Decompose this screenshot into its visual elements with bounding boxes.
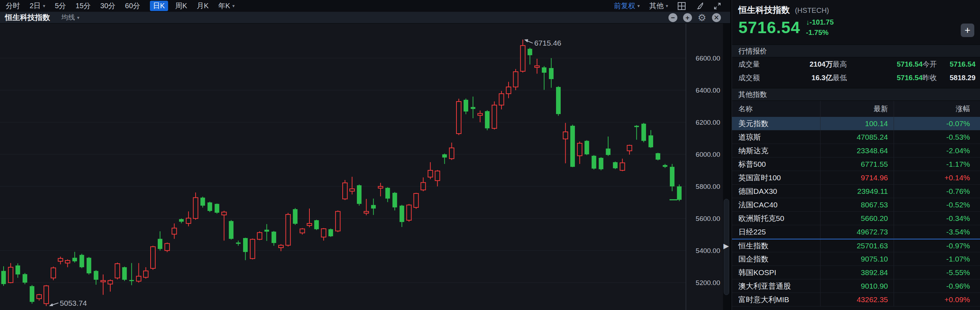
index-row-英国富时100[interactable]: 英国富时1009714.96+0.14% (732, 171, 980, 185)
low-annotation-label: 5053.74 (60, 299, 87, 307)
expand-icon[interactable] (713, 2, 722, 10)
candlestick-chart[interactable]: 6600.006400.006200.006000.005800.005600.… (0, 24, 730, 310)
index-change-percent: -0.96% (894, 279, 980, 293)
settings-gear-icon[interactable]: ⚙ (698, 13, 706, 22)
candle-body (37, 295, 41, 299)
candle-body (414, 193, 418, 207)
index-row-澳大利亚普通股[interactable]: 澳大利亚普通股9010.90-0.96% (732, 279, 980, 293)
index-row-标普500[interactable]: 标普5006771.55-1.17% (732, 158, 980, 171)
candle-body (513, 72, 518, 87)
period-tab-日K[interactable]: 日K (150, 1, 168, 11)
candle-body (186, 218, 191, 223)
period-tab-15分[interactable]: 15分 (76, 1, 91, 11)
index-row-富时意大利MIB[interactable]: 富时意大利MIB43262.35+0.09% (732, 293, 980, 307)
ma-dropdown[interactable]: 均线 ▾ (61, 13, 80, 22)
index-row-纳斯达克[interactable]: 纳斯达克23348.64-2.04% (732, 144, 980, 158)
candle-body (435, 171, 440, 181)
candle-body (400, 206, 404, 222)
high-annotation-arrowhead (524, 39, 528, 43)
low-annotation-arrowhead (49, 303, 53, 306)
period-tab-5分[interactable]: 5分 (55, 1, 66, 11)
add-to-watchlist-button[interactable]: + (961, 24, 974, 37)
candle-body (151, 247, 155, 268)
col-header-last: 最新 (821, 101, 894, 117)
brush-icon[interactable] (695, 2, 704, 10)
chart-scrollbar-track[interactable]: ▶ (723, 24, 730, 310)
close-icon[interactable]: ✕ (712, 13, 721, 22)
candle-body (357, 185, 361, 204)
chart-controls: − + ⚙ ✕ (668, 13, 721, 22)
candle-body (649, 135, 653, 147)
candle-body (293, 209, 298, 224)
candle-body (215, 204, 219, 213)
index-name: 美元指数 (732, 117, 821, 130)
y-axis-label: 5200.00 (695, 279, 720, 286)
candle-body (585, 141, 589, 154)
candle-body (207, 202, 212, 211)
index-last-value: 100.14 (821, 117, 894, 130)
candle-body (143, 271, 148, 277)
candle-body (549, 68, 554, 79)
candle-body (606, 149, 611, 155)
period-tab-2日[interactable]: 2日▾ (30, 1, 45, 11)
chevron-down-icon: ▾ (232, 3, 235, 9)
index-row-美元指数[interactable]: 美元指数100.14-0.07% (732, 117, 980, 130)
candle-body (663, 165, 667, 167)
quote-value: 2104万 (773, 60, 833, 69)
period-tab-分时[interactable]: 分时 (6, 1, 20, 11)
period-tab-30分[interactable]: 30分 (100, 1, 115, 11)
period-tab-label: 15分 (76, 1, 91, 11)
index-change-percent: -0.97% (894, 239, 980, 252)
period-tab-年K[interactable]: 年K▾ (218, 1, 235, 11)
candle-body (58, 258, 63, 261)
index-row-法国CAC40[interactable]: 法国CAC408067.53-0.52% (732, 198, 980, 212)
candle-body (22, 274, 27, 283)
index-row-欧洲斯托克50[interactable]: 欧洲斯托克505660.20-0.34% (732, 212, 980, 225)
index-row-恒生指数[interactable]: 恒生指数25701.63-0.97% (732, 239, 980, 252)
other-dropdown[interactable]: 其他 ▾ (649, 1, 668, 11)
quotes-grid: 成交量2104万最高5716.54今开5716.54成交额16.3亿最低5716… (732, 57, 980, 84)
index-change-percent: -1.17% (894, 158, 980, 171)
index-last-value: 25701.63 (821, 239, 894, 252)
y-axis-label: 5800.00 (695, 183, 720, 190)
candle-body (264, 230, 269, 232)
quote-label: 成交量 (738, 60, 773, 69)
grid-layout-icon[interactable] (677, 2, 686, 10)
index-last-value: 8067.53 (821, 198, 894, 211)
panel-expand-arrow-icon[interactable]: ▶ (724, 242, 729, 250)
index-row-国企指数[interactable]: 国企指数9075.10-1.07% (732, 252, 980, 266)
index-last-value: 23949.11 (821, 185, 894, 198)
period-tab-60分[interactable]: 60分 (125, 1, 140, 11)
candle-body (286, 215, 291, 245)
candle-body (592, 156, 597, 169)
index-name: 韩国KOSPI (732, 266, 821, 279)
index-change-percent: -0.76% (894, 185, 980, 198)
candle-body (385, 188, 390, 198)
index-name: 标普500 (732, 158, 821, 171)
index-last-value: 23348.64 (821, 144, 894, 157)
zoom-out-icon[interactable]: − (668, 13, 677, 22)
chart-title: 恒生科技指数 (5, 13, 50, 22)
index-row-道琼斯[interactable]: 道琼斯47085.24-0.53% (732, 130, 980, 144)
period-tab-label: 60分 (125, 1, 140, 11)
quote-label: 昨收 (923, 73, 950, 83)
y-axis-label: 5600.00 (695, 215, 720, 222)
change-percent: -1.75% (806, 28, 828, 36)
candle-body (222, 212, 226, 215)
period-tab-月K[interactable]: 月K (197, 1, 208, 11)
index-name: 恒生科技指数 (738, 5, 790, 14)
index-row-德国DAX30[interactable]: 德国DAX3023949.11-0.76% (732, 185, 980, 198)
candle-body (65, 261, 70, 263)
index-row-韩国KOSPI[interactable]: 韩国KOSPI3892.84-5.55% (732, 266, 980, 279)
period-tab-label: 月K (197, 1, 208, 11)
zoom-in-icon[interactable]: + (683, 13, 692, 22)
adjust-mode-label: 前复权 (614, 1, 635, 11)
candle-body (634, 126, 639, 127)
candle-body (556, 87, 561, 114)
index-row-日经225[interactable]: 日经22549672.73-3.54% (732, 225, 980, 239)
period-tab-周K[interactable]: 周K (175, 1, 187, 11)
adjust-mode-dropdown[interactable]: 前复权 ▾ (614, 1, 640, 11)
quote-panel: 恒生科技指数 (HSTECH) 5716.54 ↓-101.75 -1.75% … (732, 0, 980, 310)
y-axis-label: 6200.00 (695, 119, 720, 126)
candle-body (87, 258, 91, 273)
